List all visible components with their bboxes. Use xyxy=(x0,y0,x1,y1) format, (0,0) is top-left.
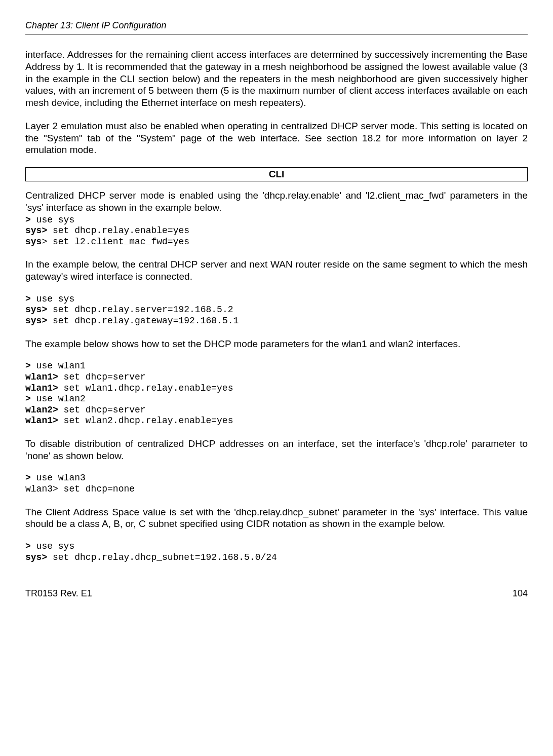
page-footer: TR0153 Rev. E1 104 xyxy=(25,588,528,599)
chapter-header: Chapter 13: Client IP Configuration xyxy=(25,20,528,34)
code-block-1: > use sys sys> set dhcp.relay.enable=yes… xyxy=(25,215,528,248)
paragraph-1: interface. Addresses for the remaining c… xyxy=(25,49,528,109)
paragraph-4: In the example below, the central DHCP s… xyxy=(25,258,528,283)
paragraph-7: The Client Address Space value is set wi… xyxy=(25,506,528,531)
paragraph-6: To disable distribution of centralized D… xyxy=(25,438,528,462)
code-block-2: > use sys sys> set dhcp.relay.server=192… xyxy=(25,294,528,327)
code-block-3: > use wlan1 wlan1> set dhcp=server wlan1… xyxy=(25,361,528,427)
paragraph-3: Centralized DHCP server mode is enabled … xyxy=(25,190,528,214)
paragraph-2: Layer 2 emulation must also be enabled w… xyxy=(25,120,528,156)
footer-doc-id: TR0153 Rev. E1 xyxy=(25,588,92,599)
footer-page-number: 104 xyxy=(512,588,528,599)
code-block-4: > use wlan3 wlan3> set dhcp=none xyxy=(25,473,528,495)
code-block-5: > use sys sys> set dhcp.relay.dhcp_subne… xyxy=(25,541,528,563)
cli-section-header: CLI xyxy=(25,167,528,181)
paragraph-5: The example below shows how to set the D… xyxy=(25,338,528,350)
